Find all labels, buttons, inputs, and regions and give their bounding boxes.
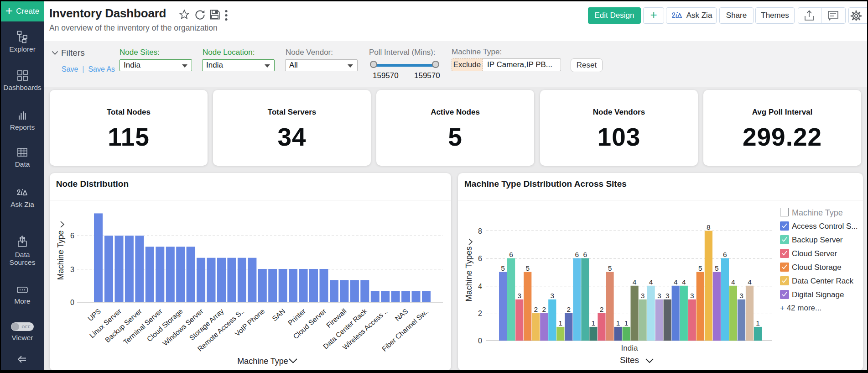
svg-text:1: 1 <box>558 319 562 327</box>
svg-text:1: 1 <box>616 319 620 327</box>
svg-text:Cloud Storage: Cloud Storage <box>145 307 184 343</box>
svg-text:4: 4 <box>748 278 752 286</box>
svg-text:3: 3 <box>70 266 74 273</box>
svg-text:SAN: SAN <box>270 307 286 323</box>
svg-text:2: 2 <box>567 305 571 313</box>
svg-text:0: 0 <box>70 299 74 306</box>
svg-text:Machine Type: Machine Type <box>237 357 288 366</box>
svg-text:5: 5 <box>698 264 702 272</box>
svg-text:4: 4 <box>633 278 637 286</box>
svg-text:5: 5 <box>501 264 505 272</box>
svg-text:4: 4 <box>731 278 735 286</box>
svg-text:3: 3 <box>550 292 554 299</box>
svg-text:6: 6 <box>478 255 482 263</box>
svg-text:5: 5 <box>525 264 530 272</box>
svg-text:6: 6 <box>575 251 579 258</box>
svg-text:3: 3 <box>641 292 645 299</box>
svg-text:3: 3 <box>739 292 743 299</box>
svg-text:2: 2 <box>600 305 604 313</box>
svg-text:6: 6 <box>723 251 727 258</box>
svg-text:5: 5 <box>608 264 612 272</box>
svg-text:4: 4 <box>674 278 678 286</box>
svg-text:8: 8 <box>707 223 711 231</box>
svg-text:6: 6 <box>70 232 74 240</box>
svg-text:0: 0 <box>478 337 482 345</box>
svg-text:1: 1 <box>756 319 760 327</box>
svg-text:1: 1 <box>592 319 596 327</box>
svg-text:5: 5 <box>715 264 719 272</box>
svg-text:8: 8 <box>478 227 482 235</box>
svg-text:6: 6 <box>583 251 587 258</box>
svg-text:NAS: NAS <box>393 307 409 323</box>
svg-text:1: 1 <box>624 319 629 327</box>
svg-text:4: 4 <box>478 283 482 290</box>
svg-text:3: 3 <box>665 292 670 299</box>
svg-text:3: 3 <box>517 292 521 299</box>
svg-text:4: 4 <box>682 278 686 286</box>
svg-text:Sites: Sites <box>620 355 639 365</box>
svg-text:2: 2 <box>534 305 538 313</box>
svg-text:Machine Types: Machine Types <box>464 247 473 302</box>
svg-text:6: 6 <box>509 251 513 258</box>
svg-text:4: 4 <box>649 278 653 286</box>
svg-text:UPS: UPS <box>86 307 102 323</box>
svg-text:3: 3 <box>657 292 661 299</box>
svg-text:India: India <box>621 344 638 352</box>
svg-text:3: 3 <box>690 292 694 299</box>
svg-text:Machine Type: Machine Type <box>56 231 65 280</box>
svg-text:2: 2 <box>478 310 482 317</box>
svg-text:2: 2 <box>542 305 546 313</box>
